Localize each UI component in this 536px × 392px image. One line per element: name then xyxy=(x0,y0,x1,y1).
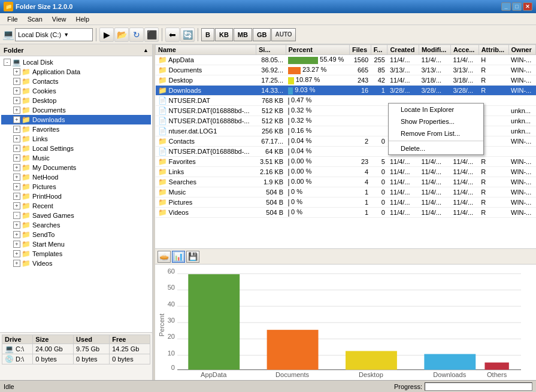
tree-item[interactable]: -📁Saved Games xyxy=(1,211,151,220)
forward-button[interactable]: 🔄 xyxy=(180,28,195,42)
ctx-locate-explorer[interactable]: Locate In Explorer xyxy=(389,104,483,116)
tree-expander[interactable]: + xyxy=(13,126,20,133)
minimize-button[interactable]: _ xyxy=(501,2,511,11)
tree-expander[interactable]: + xyxy=(13,221,20,229)
tree-item[interactable]: +📁NetHood xyxy=(1,172,151,182)
col-name[interactable]: Name xyxy=(156,45,256,55)
tree-item[interactable]: +📁Music xyxy=(1,153,151,163)
tree-item[interactable]: +📁Searches xyxy=(1,220,151,230)
maximize-button[interactable]: □ xyxy=(512,2,522,11)
tree-expander[interactable]: + xyxy=(13,97,20,104)
tree-expander[interactable]: + xyxy=(13,260,20,267)
col-accessed[interactable]: Acce... xyxy=(450,45,479,55)
tree-item[interactable]: +📁Pictures xyxy=(1,182,151,192)
col-modified[interactable]: Modifi... xyxy=(419,45,450,55)
tree-expander[interactable]: + xyxy=(13,174,20,181)
menu-scan[interactable]: Scan xyxy=(23,14,47,24)
close-button[interactable]: ✕ xyxy=(523,2,532,11)
col-created[interactable]: Created xyxy=(387,45,419,55)
menu-help[interactable]: Help xyxy=(71,14,94,24)
tree-expander[interactable]: + xyxy=(13,183,20,190)
tree-item[interactable]: +📁My Documents xyxy=(1,163,151,172)
tree-root-item[interactable]: - 💻 Local Disk xyxy=(1,57,151,67)
ctx-delete[interactable]: Delete... xyxy=(389,142,483,154)
file-modified-cell: 3/18/... xyxy=(419,75,450,86)
drive-row[interactable]: 💿 D:\0 bytes0 bytes0 bytes xyxy=(2,354,150,364)
tree-expander[interactable]: + xyxy=(13,107,20,114)
col-files[interactable]: Files xyxy=(349,45,371,55)
drive-combo[interactable]: Local Disk (C:) ▼ xyxy=(15,28,93,41)
tree-expander[interactable]: + xyxy=(13,68,20,75)
tree-expander[interactable]: - xyxy=(13,212,20,219)
tree-expander[interactable]: + xyxy=(13,164,20,171)
tree-expander[interactable]: + xyxy=(13,231,20,238)
tree-expander[interactable]: + xyxy=(13,250,20,257)
tree-item[interactable]: +📁Contacts xyxy=(1,77,151,86)
drive-row[interactable]: 💻 C:\24.00 Gb9.75 Gb14.25 Gb xyxy=(2,344,150,354)
chart-save-button[interactable]: 💾 xyxy=(186,251,199,263)
table-row[interactable]: 📁 Favorites3.51 KB 0.00 %23511/4/...11/4… xyxy=(156,157,536,167)
tree-root-expander[interactable]: - xyxy=(4,59,11,66)
size-b-button[interactable]: B xyxy=(201,28,214,41)
stop-button[interactable]: ⬛ xyxy=(144,28,159,42)
tree-item[interactable]: +📁Downloads xyxy=(1,115,151,124)
tree-item[interactable]: +📁Documents xyxy=(1,105,151,115)
chart-bar-button[interactable]: 📊 xyxy=(172,251,185,263)
tree-item[interactable]: +📁Videos xyxy=(1,259,151,268)
tree-item-label: Downloads xyxy=(32,116,65,123)
tree-item[interactable]: +📁Favorites xyxy=(1,124,151,134)
tree-expander[interactable]: + xyxy=(13,145,20,152)
chart-pie-button[interactable]: 🥧 xyxy=(158,251,171,263)
tree-item[interactable]: +📁PrintHood xyxy=(1,192,151,201)
table-row[interactable]: 📁 Searches1.9 KB 0.00 %4011/4/...11/4/..… xyxy=(156,177,536,187)
tree-item-label: Music xyxy=(32,154,50,162)
file-owner-cell xyxy=(508,96,535,106)
tree-expander[interactable]: + xyxy=(13,116,20,123)
ctx-show-properties[interactable]: Show Properties... xyxy=(389,116,483,127)
drive-dropdown-arrow[interactable]: ▼ xyxy=(63,32,69,38)
tree-expander[interactable]: + xyxy=(13,202,20,209)
tree-item[interactable]: +📁Cookies xyxy=(1,86,151,96)
file-files-cell: 4 xyxy=(349,177,371,187)
tree-expander[interactable]: + xyxy=(13,154,20,162)
menu-view[interactable]: View xyxy=(47,14,71,24)
tree-item[interactable]: +📁Desktop xyxy=(1,96,151,105)
folder-header[interactable]: Folder ▲ xyxy=(0,44,152,56)
play-button[interactable]: ▶ xyxy=(99,28,114,42)
size-gb-button[interactable]: GB xyxy=(253,28,271,41)
tree-item[interactable]: +📁Application Data xyxy=(1,67,151,77)
table-row[interactable]: 📁 Videos504 B 0 %1011/4/...11/4/...11/4/… xyxy=(156,208,536,218)
col-size[interactable]: Si... xyxy=(256,45,286,55)
tree-expander[interactable]: + xyxy=(13,241,20,248)
tree-expander[interactable]: + xyxy=(13,193,20,200)
tree-expander[interactable]: + xyxy=(13,78,20,85)
table-row[interactable]: 📁 AppData88.05... 55.49 %156025511/4/...… xyxy=(156,55,536,65)
col-owner[interactable]: Owner xyxy=(508,45,535,55)
size-kb-button[interactable]: KB xyxy=(215,28,233,41)
tree-expander[interactable]: + xyxy=(13,135,20,142)
table-row[interactable]: 📁 Links2.16 KB 0.00 %4011/4/...11/4/...1… xyxy=(156,167,536,177)
col-percent[interactable]: Percent xyxy=(286,45,349,55)
menu-file[interactable]: File xyxy=(2,14,23,24)
folder-tree[interactable]: - 💻 Local Disk +📁Application Data+📁Conta… xyxy=(0,56,152,332)
table-row[interactable]: 📁 Documents36.92... 23.27 %665853/13/...… xyxy=(156,65,536,75)
table-row[interactable]: 📁 Pictures504 B 0 %1011/4/...11/4/...11/… xyxy=(156,197,536,208)
size-mb-button[interactable]: MB xyxy=(234,28,252,41)
ctx-remove-from-list[interactable]: Remove From List... xyxy=(389,127,483,139)
col-attrib[interactable]: Attrib... xyxy=(479,45,508,55)
tree-item[interactable]: +📁Recent xyxy=(1,201,151,211)
tree-item[interactable]: +📁Links xyxy=(1,134,151,144)
table-row[interactable]: 📁 Downloads14.33... 9.03 %1613/28/...3/2… xyxy=(156,86,536,96)
tree-item[interactable]: +📁Start Menu xyxy=(1,239,151,249)
tree-item[interactable]: +📁Templates xyxy=(1,249,151,259)
size-auto-button[interactable]: AUTO xyxy=(271,28,295,41)
refresh-button[interactable]: ↻ xyxy=(129,28,144,42)
tree-item[interactable]: +📁SendTo xyxy=(1,230,151,239)
open-button[interactable]: 📂 xyxy=(114,28,129,42)
col-f[interactable]: F... xyxy=(371,45,387,55)
table-row[interactable]: 📁 Desktop17.25... 10.87 %2434211/4/...3/… xyxy=(156,75,536,86)
tree-item[interactable]: +📁Local Settings xyxy=(1,144,151,153)
back-button[interactable]: ⬅ xyxy=(165,28,180,42)
tree-expander[interactable]: + xyxy=(13,87,20,95)
table-row[interactable]: 📁 Music504 B 0 %1011/4/...11/4/...11/4/.… xyxy=(156,187,536,197)
